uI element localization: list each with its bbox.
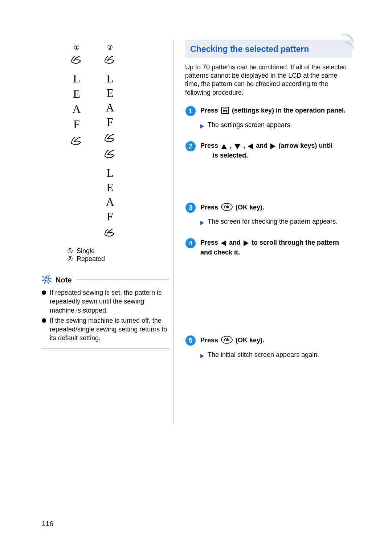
leaf-icon	[105, 150, 115, 162]
svg-text:OK: OK	[224, 205, 230, 209]
step-5-text: Press OK (OK key).	[200, 336, 352, 346]
step-1: 1 Press (settings key) in the operation …	[185, 106, 352, 139]
note-item: If repeated sewing is set, the pattern i…	[42, 288, 169, 315]
step-2: 2 Press , , and (arrow keys) until is se…	[185, 141, 352, 160]
svg-text:3: 3	[189, 204, 192, 211]
svg-text:4: 4	[189, 240, 192, 247]
section-corner-icon	[338, 33, 358, 58]
page-number: 116	[42, 520, 53, 528]
step-3-result: The screen for checking the pattern appe…	[200, 217, 352, 227]
result-arrow-icon	[200, 219, 204, 227]
step-4-text: Press and to scroll through the pattern …	[200, 239, 352, 257]
leaf-icon	[105, 229, 115, 240]
marker-1: ①	[74, 44, 79, 52]
step-badge-5: 5	[185, 335, 196, 347]
step-4: 4 Press and to scroll through the patter…	[185, 238, 352, 257]
section-title: Checking the selected pattern	[190, 44, 347, 54]
ok-key-icon: OK	[221, 205, 234, 212]
arrow-right-icon	[270, 143, 275, 151]
legend-num-1: ①	[67, 247, 73, 255]
result-arrow-icon	[200, 122, 204, 131]
step-5-result: The initial stitch screen appears again.	[200, 351, 352, 360]
settings-key-icon	[221, 108, 231, 115]
section-header: Checking the selected pattern	[185, 40, 352, 58]
step-badge-1: 1	[185, 106, 196, 118]
right-column: Checking the selected pattern Up to 70 p…	[176, 40, 352, 368]
step-3-text: Press OK (OK key).	[200, 203, 352, 213]
pattern-single: ① LEAF	[71, 44, 82, 149]
section-intro: Up to 70 patterns can be combined. If al…	[185, 63, 352, 97]
note-block: Note If repeated sewing is set, the patt…	[42, 274, 169, 349]
pattern-examples: ① LEAF ② LEAF	[42, 40, 169, 240]
svg-marker-11	[226, 111, 228, 113]
burst-icon	[42, 274, 53, 286]
legend-text-1: Single	[77, 247, 95, 255]
pattern-single-text: LEAF	[71, 72, 82, 133]
arrow-down-icon	[234, 143, 240, 151]
result-arrow-icon	[200, 352, 204, 360]
leaf-icon	[105, 134, 115, 146]
pattern-legend: ① Single ② Repeated	[67, 247, 169, 263]
arrow-right-icon	[244, 240, 249, 248]
legend-text-2: Repeated	[77, 255, 105, 263]
arrow-left-icon	[221, 240, 226, 248]
marker-2: ②	[107, 44, 113, 52]
step-5: 5 Press OK (OK key). The initial stitch …	[185, 335, 352, 368]
pattern-repeated: ② LEAF LEAF	[104, 44, 116, 240]
note-label: Note	[56, 276, 72, 284]
arrow-left-icon	[248, 143, 253, 151]
note-top-rule	[77, 280, 169, 280]
note-bottom-rule	[42, 349, 169, 349]
pattern-repeated-text-2: LEAF	[104, 166, 116, 224]
svg-text:5: 5	[189, 337, 192, 344]
leaf-icon	[71, 137, 82, 149]
legend-num-2: ②	[67, 255, 73, 263]
svg-text:2: 2	[189, 143, 192, 150]
step-badge-2: 2	[185, 141, 196, 153]
left-column: ① LEAF ② LEAF	[42, 40, 176, 368]
step-badge-3: 3	[185, 202, 196, 215]
step-2-text: Press , , and (arrow keys) until is sele…	[200, 142, 352, 160]
ok-key-icon: OK	[221, 338, 234, 345]
arrow-up-icon	[221, 143, 227, 151]
leaf-icon	[105, 56, 115, 68]
step-1-result: The settings screen appears.	[200, 121, 352, 131]
step-badge-4: 4	[185, 238, 196, 250]
svg-text:1: 1	[189, 107, 192, 115]
page-content: ① LEAF ② LEAF	[42, 40, 352, 368]
step-3: 3 Press OK (OK key). The screen for chec…	[185, 202, 352, 236]
note-list: If repeated sewing is set, the pattern i…	[42, 288, 169, 343]
pattern-repeated-text: LEAF	[104, 72, 116, 130]
step-1-text: Press (settings key) in the operation pa…	[200, 106, 352, 116]
svg-text:OK: OK	[224, 338, 230, 342]
note-item: If the sewing machine is turned off, the…	[42, 316, 169, 343]
leaf-icon	[71, 56, 82, 68]
